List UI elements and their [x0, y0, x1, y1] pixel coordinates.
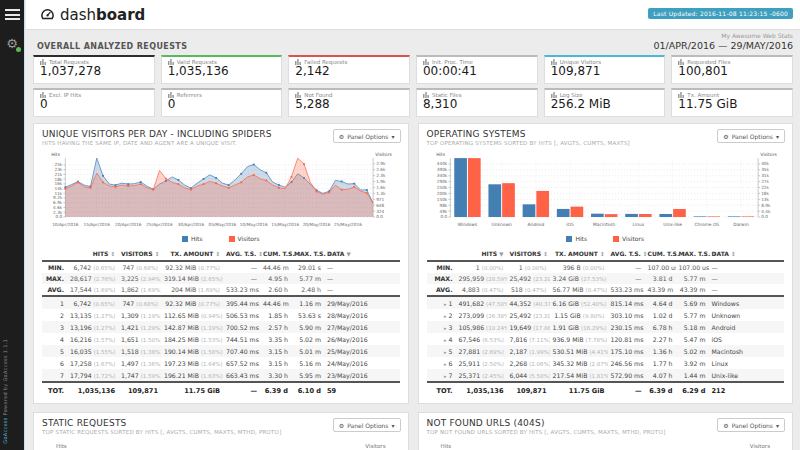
gear-icon: ⚙ — [339, 133, 344, 140]
operating-systems-chart: 0.049k98k150k200k250k290k340k390k440k0.0… — [427, 151, 785, 234]
svg-text:21k: 21k — [54, 172, 62, 177]
svg-text:150k: 150k — [436, 197, 447, 202]
column-header-data[interactable]: DATA ▼ — [324, 247, 400, 261]
svg-text:10/Apr/2016: 10/Apr/2016 — [52, 222, 79, 227]
card-value: 109,871 — [551, 65, 659, 79]
sidebar-footer-text: GoAccess Powered by GoAccess 1.1.1 — [2, 339, 20, 444]
table-row: 516,035(1.55%)1,518(1.38%)190.14 MiB(1.5… — [42, 345, 400, 357]
card-value: 1,035,136 — [168, 65, 276, 79]
chart-legend: Hits Visitors — [42, 235, 400, 242]
table-row[interactable]: ▸527,881(2.69%)2,187(1.99%)530.51 MiB(4.… — [427, 345, 785, 357]
column-header-tx-amount[interactable]: TX. AMOUNT ↕ — [550, 247, 608, 261]
chevron-down-icon: ▾ — [776, 422, 779, 429]
svg-text:15/May/2016: 15/May/2016 — [271, 222, 299, 227]
svg-text:25/Apr/2016: 25/Apr/2016 — [146, 222, 173, 227]
column-header-tx-amount[interactable]: TX. AMOUNT ↕ — [161, 247, 223, 261]
card-value: 00:00:41 — [423, 65, 531, 79]
summary-card: Failed Requests2,142 — [288, 55, 410, 84]
top-bar: dashboard Last Updated: 2016-11-08 11:23… — [26, 0, 800, 30]
summary-card: Tx. Amount11.75 GiB — [671, 88, 793, 117]
overall-title: OVERALL ANALYZED REQUESTS — [37, 42, 187, 51]
panel-options-button[interactable]: ⚙Panel Options▾ — [717, 129, 785, 143]
card-value: 8,310 — [423, 98, 531, 112]
column-header-avg-t-s-[interactable]: AVG. T.S. ↕ — [223, 247, 260, 261]
chart-legend: Hits Visitors — [427, 235, 785, 242]
table-row[interactable]: ▸625,911(2.50%)2,268(2.06%)345.32 MiB(2.… — [427, 357, 785, 369]
summary-row: MIN.6,742(0.65%)747(0.68%)92.32 MiB(0.77… — [42, 261, 400, 273]
status-dot — [16, 47, 21, 52]
column-header-visitors[interactable]: VISITORS ↕ — [118, 247, 161, 261]
settings-gear-icon[interactable]: ⚙ — [5, 36, 19, 51]
svg-text:20/Apr/2016: 20/Apr/2016 — [115, 222, 142, 227]
summary-card: Log Size256.2 MiB — [544, 88, 666, 117]
svg-text:Hits: Hits — [436, 152, 445, 157]
chevron-down-icon: ▾ — [391, 133, 394, 140]
panel-options-button[interactable]: ⚙Panel Options▾ — [333, 129, 401, 143]
card-value: 0 — [168, 98, 276, 112]
svg-text:18k: 18k — [54, 177, 62, 182]
menu-toggle-icon[interactable] — [5, 9, 20, 20]
table-row[interactable]: ▸3105,986(10.24%)19,649(17.88%)1.91 GiB(… — [427, 321, 785, 333]
card-value: 1,037,278 — [40, 65, 148, 79]
svg-text:Linux: Linux — [632, 222, 644, 227]
table-row[interactable]: ▸2273,099(26.38%)25,492(23.20%)1.15 GiB(… — [427, 309, 785, 321]
table-row: 416,216(1.57%)1,651(1.50%)184.25 MiB(1.5… — [42, 333, 400, 345]
svg-text:2.3k: 2.3k — [53, 210, 63, 215]
chevron-down-icon: ▾ — [776, 133, 779, 140]
svg-text:15/Apr/2016: 15/Apr/2016 — [84, 222, 111, 227]
summary-row: MAX.295,959(28.59%)25,492(23.20%)3.24 Gi… — [427, 273, 785, 284]
column-header-data[interactable]: DATA ↕ — [709, 247, 785, 261]
svg-text:35k: 35k — [761, 167, 769, 172]
table-row: 213,135(1.27%)1,309(1.19%)112.65 MiB(0.9… — [42, 309, 400, 321]
column-header-cum-t-s-[interactable]: CUM. T.S. ↕ — [260, 247, 291, 261]
column-header-max-t-s-[interactable]: MAX. T.S. ↕ — [676, 247, 709, 261]
svg-text:2.6k: 2.6k — [376, 167, 386, 172]
summary-row: AVG.17,544(1.69%)1,862(1.69%)204 MiB(1.6… — [42, 284, 400, 296]
svg-text:Windows: Windows — [457, 222, 477, 227]
svg-text:40k: 40k — [761, 161, 769, 166]
svg-text:0.0: 0.0 — [56, 214, 63, 219]
table-row[interactable]: ▸1491,682(47.50%)44,352(40.37%)6.16 GiB(… — [427, 296, 785, 309]
table-row[interactable]: ▸467,546(6.53%)7,816(7.11%)936.9 MiB(7.7… — [427, 333, 785, 345]
column-header-hits[interactable]: HITS ▼ — [456, 247, 507, 261]
summary-card: Static Files8,310 — [416, 88, 538, 117]
card-value: 100,801 — [678, 65, 786, 79]
visitors-legend-swatch — [613, 236, 619, 242]
svg-text:Unknown: Unknown — [491, 222, 511, 227]
svg-text:27k: 27k — [761, 179, 769, 184]
panel-operating-systems: OPERATING SYSTEMS TOP OPERATING SYSTEMS … — [418, 123, 794, 404]
svg-text:16k: 16k — [54, 181, 62, 186]
svg-text:8.9k: 8.9k — [761, 203, 771, 208]
svg-text:11k: 11k — [54, 191, 62, 196]
svg-text:4.4k: 4.4k — [761, 209, 771, 214]
column-header-avg-t-s-[interactable]: AVG. T.S. ↕ — [608, 247, 645, 261]
sidebar: ⚙ GoAccess Powered by GoAccess 1.1.1 — [0, 0, 25, 450]
column-header-hits[interactable]: HITS ↕ — [67, 247, 118, 261]
svg-text:23k: 23k — [54, 167, 62, 172]
svg-text:1.3k: 1.3k — [376, 191, 386, 196]
column-header-visitors[interactable]: VISITORS ↕ — [507, 247, 550, 261]
table-row: 313,196(1.27%)1,421(1.29%)142.87 MiB(1.1… — [42, 321, 400, 333]
svg-text:200k: 200k — [436, 191, 447, 196]
card-value: 11.75 GiB — [678, 98, 786, 112]
column-header-max-t-s-[interactable]: MAX. T.S. ↕ — [291, 247, 324, 261]
panel-options-button[interactable]: ⚙Panel Options▾ — [333, 418, 401, 432]
sub-header: OVERALL ANALYZED REQUESTS My Awesome Web… — [26, 30, 800, 54]
summary-cards: Total Requests1,037,278Valid Requests1,0… — [33, 55, 793, 117]
summary-card: Referrers0 — [161, 88, 283, 117]
column-header-cum-t-s-[interactable]: CUM. T.S. ↕ — [645, 247, 676, 261]
hits-legend-swatch — [182, 236, 188, 242]
brand-text: dashboard — [60, 6, 145, 24]
svg-text:13k: 13k — [761, 197, 769, 202]
summary-card: Total Requests1,037,278 — [33, 55, 155, 84]
svg-text:0.0: 0.0 — [376, 214, 383, 219]
table-row[interactable]: ▸725,371(2.45%)6,044(5.50%)217.54 MiB(1.… — [427, 369, 785, 382]
svg-text:20/May/2016: 20/May/2016 — [303, 222, 331, 227]
panel-options-button[interactable]: ⚙Panel Options▾ — [717, 418, 785, 432]
card-value: 5,288 — [295, 98, 403, 112]
card-value: 2,142 — [295, 65, 403, 79]
summary-row: AVG.4,883(0.47%)518(0.47%)56.77 MiB(0.47… — [427, 284, 785, 296]
report-title: My Awesome Web Stats — [654, 32, 793, 39]
table-row: 717,794(1.72%)1,747(1.59%)196.21 MiB(1.6… — [42, 369, 400, 382]
summary-card: Init. Proc. Time00:00:41 — [416, 55, 538, 84]
